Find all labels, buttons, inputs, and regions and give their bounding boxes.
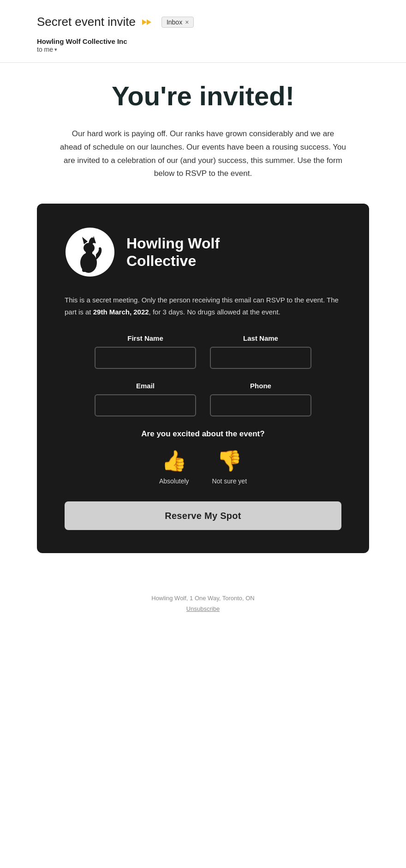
sender-name: Howling Wolf Collective Inc <box>37 37 369 46</box>
phone-input[interactable] <box>210 394 311 416</box>
last-name-field: Last Name <box>210 334 311 369</box>
contact-fields-row: Email Phone <box>65 382 341 416</box>
email-header: Secret event invite Inbox × Howling Wolf… <box>0 0 406 63</box>
event-card: Howling Wolf Collective This is a secret… <box>37 204 369 553</box>
excitement-question: Are you excited about the event? <box>65 429 341 439</box>
recipient-dropdown-arrow[interactable]: ▾ <box>54 47 57 53</box>
not-sure-label: Not sure yet <box>212 477 247 485</box>
absolutely-label: Absolutely <box>159 477 189 485</box>
excitement-section: Are you excited about the event? 👍 Absol… <box>65 429 341 485</box>
brand-name: Howling Wolf Collective <box>126 235 220 270</box>
forward-icon <box>142 18 155 27</box>
first-name-field: First Name <box>95 334 196 369</box>
last-name-label: Last Name <box>243 334 278 342</box>
unsubscribe-link[interactable]: Unsubscribe <box>37 605 369 612</box>
subject-row: Secret event invite Inbox × <box>37 15 369 29</box>
main-heading: You're invited! <box>37 81 369 111</box>
to-label: to me <box>37 46 53 53</box>
sender-to-row: to me ▾ <box>37 46 369 53</box>
not-sure-option[interactable]: 👎 Not sure yet <box>212 449 247 485</box>
svg-rect-9 <box>82 263 87 272</box>
thumbs-down-icon: 👎 <box>217 449 242 473</box>
last-name-input[interactable] <box>210 347 311 369</box>
reserve-spot-button[interactable]: Reserve My Spot <box>65 501 341 530</box>
absolutely-option[interactable]: 👍 Absolutely <box>159 449 189 485</box>
wolf-logo <box>65 227 115 277</box>
phone-label: Phone <box>250 382 271 390</box>
name-fields-row: First Name Last Name <box>65 334 341 369</box>
email-subject: Secret event invite <box>37 15 136 29</box>
phone-field-container: Phone <box>210 382 311 416</box>
email-field-container: Email <box>95 382 196 416</box>
svg-marker-1 <box>147 19 151 25</box>
first-name-input[interactable] <box>95 347 196 369</box>
email-input[interactable] <box>95 394 196 416</box>
label-close-button[interactable]: × <box>185 18 189 26</box>
svg-marker-0 <box>142 19 147 25</box>
thumbs-up-icon: 👍 <box>161 449 187 473</box>
card-header: Howling Wolf Collective <box>65 227 341 277</box>
intro-text: Our hard work is paying off. Our ranks h… <box>60 127 346 181</box>
footer-address: Howling Wolf, 1 One Way, Toronto, ON <box>37 595 369 602</box>
email-label: Email <box>136 382 155 390</box>
card-description: This is a secret meeting. Only the perso… <box>65 294 341 318</box>
first-name-label: First Name <box>127 334 163 342</box>
inbox-label: Inbox <box>167 18 182 26</box>
email-body: You're invited! Our hard work is paying … <box>0 63 406 581</box>
email-footer: Howling Wolf, 1 One Way, Toronto, ON Uns… <box>0 581 406 626</box>
inbox-badge[interactable]: Inbox × <box>161 17 194 28</box>
excitement-options: 👍 Absolutely 👎 Not sure yet <box>65 449 341 485</box>
